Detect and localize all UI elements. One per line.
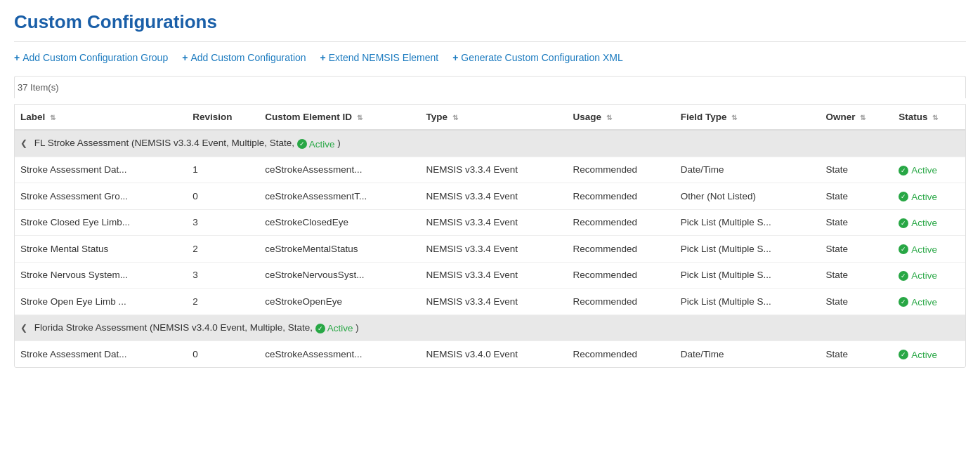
status-label: Active <box>911 270 937 281</box>
group-row[interactable]: ❮ FL Stroke Assessment (NEMSIS v3.3.4 Ev… <box>15 130 965 157</box>
group-status: ✓ Active <box>297 139 335 150</box>
cell-usage: Recommended <box>567 289 674 315</box>
active-icon: ✓ <box>899 350 908 359</box>
status-label: Active <box>911 218 937 228</box>
main-table: Label ⇅ Revision Custom Element ID ⇅ Typ… <box>15 105 965 367</box>
group-label-end: ) <box>355 322 359 333</box>
table-row[interactable]: Stroke Assessment Dat...1ceStrokeAssessm… <box>15 157 965 183</box>
page-title: Custom Configurations <box>14 11 966 42</box>
active-icon: ✓ <box>899 166 908 176</box>
cell-usage: Recommended <box>567 236 674 263</box>
col-type[interactable]: Type ⇅ <box>421 105 568 130</box>
cell-field-type: Date/Time <box>675 157 821 183</box>
plus-icon-xml: + <box>452 52 458 63</box>
cell-type: NEMSIS v3.4.0 Event <box>421 341 568 367</box>
group-status-label: Active <box>327 323 353 333</box>
chevron-down-icon[interactable]: ❮ <box>20 138 27 148</box>
page-container: Custom Configurations + Add Custom Confi… <box>0 0 980 379</box>
status-label: Active <box>911 297 937 307</box>
active-icon: ✓ <box>899 297 908 307</box>
cell-field-type: Other (Not Listed) <box>675 183 821 210</box>
cell-type: NEMSIS v3.3.4 Event <box>421 262 568 289</box>
status-badge: ✓ Active <box>899 165 937 176</box>
cell-status: ✓ Active <box>893 209 965 236</box>
cell-status: ✓ Active <box>893 289 965 315</box>
cell-element-id: ceStrokeAssessment... <box>259 341 420 367</box>
group-status-label: Active <box>309 139 335 150</box>
cell-revision: 2 <box>187 236 259 263</box>
cell-owner: State <box>821 289 894 315</box>
table-row[interactable]: Stroke Closed Eye Limb...3ceStrokeClosed… <box>15 209 965 236</box>
add-config-link[interactable]: + Add Custom Configuration <box>182 52 306 63</box>
table-row[interactable]: Stroke Nervous System...3ceStrokeNervous… <box>15 262 965 289</box>
cell-usage: Recommended <box>567 157 674 183</box>
cell-owner: State <box>821 236 894 263</box>
cell-type: NEMSIS v3.3.4 Event <box>421 183 568 210</box>
group-status: ✓ Active <box>315 323 353 333</box>
active-icon: ✓ <box>899 192 908 201</box>
add-group-link[interactable]: + Add Custom Configuration Group <box>14 52 168 63</box>
status-label: Active <box>911 192 937 202</box>
col-owner[interactable]: Owner ⇅ <box>821 105 894 130</box>
cell-element-id: ceStrokeOpenEye <box>259 289 420 315</box>
cell-field-type: Pick List (Multiple S... <box>675 262 821 289</box>
plus-icon-nemsis: + <box>320 52 326 63</box>
col-label[interactable]: Label ⇅ <box>15 105 187 130</box>
col-field-type[interactable]: Field Type ⇅ <box>675 105 821 130</box>
table-row[interactable]: Stroke Assessment Gro...0ceStrokeAssessm… <box>15 183 965 210</box>
col-usage[interactable]: Usage ⇅ <box>567 105 674 130</box>
cell-element-id: ceStrokeAssessmentT... <box>259 183 420 210</box>
status-badge: ✓ Active <box>899 270 937 281</box>
sort-icon-field-type: ⇅ <box>731 114 737 121</box>
sort-icon-element-id: ⇅ <box>357 114 362 121</box>
extend-nemsis-link[interactable]: + Extend NEMSIS Element <box>320 52 439 63</box>
group-row[interactable]: ❮ Florida Stroke Assessment (NEMSIS v3.4… <box>15 315 965 341</box>
table-row[interactable]: Stroke Assessment Dat...0ceStrokeAssessm… <box>15 341 965 367</box>
cell-status: ✓ Active <box>893 236 965 263</box>
table-row[interactable]: Stroke Open Eye Limb ...2ceStrokeOpenEye… <box>15 289 965 315</box>
cell-revision: 1 <box>187 157 259 183</box>
status-label: Active <box>911 165 937 176</box>
col-element-id[interactable]: Custom Element ID ⇅ <box>259 105 420 130</box>
active-icon: ✓ <box>899 271 908 281</box>
generate-xml-link[interactable]: + Generate Custom Configuration XML <box>452 52 623 63</box>
cell-element-id: ceStrokeMentalStatus <box>259 236 420 263</box>
group-cell: ❮ Florida Stroke Assessment (NEMSIS v3.4… <box>15 315 965 341</box>
cell-type: NEMSIS v3.3.4 Event <box>421 289 568 315</box>
status-badge: ✓ Active <box>899 244 937 255</box>
cell-element-id: ceStrokeClosedEye <box>259 209 420 236</box>
sort-icon-type: ⇅ <box>452 114 458 121</box>
table-body: ❮ FL Stroke Assessment (NEMSIS v3.3.4 Ev… <box>15 130 965 367</box>
cell-revision: 2 <box>187 289 259 315</box>
cell-owner: State <box>821 183 894 210</box>
cell-field-type: Pick List (Multiple S... <box>675 209 821 236</box>
cell-revision: 0 <box>187 183 259 210</box>
cell-status: ✓ Active <box>893 262 965 289</box>
cell-field-type: Date/Time <box>675 341 821 367</box>
sort-icon-owner: ⇅ <box>860 114 865 121</box>
active-dot-icon: ✓ <box>315 324 325 333</box>
col-status[interactable]: Status ⇅ <box>893 105 965 130</box>
table-row[interactable]: Stroke Mental Status2ceStrokeMentalStatu… <box>15 236 965 263</box>
cell-owner: State <box>821 262 894 289</box>
cell-element-id: ceStrokeNervousSyst... <box>259 262 420 289</box>
cell-owner: State <box>821 209 894 236</box>
cell-type: NEMSIS v3.3.4 Event <box>421 209 568 236</box>
cell-label: Stroke Assessment Gro... <box>15 183 187 210</box>
cell-revision: 0 <box>187 341 259 367</box>
active-icon: ✓ <box>899 244 908 254</box>
active-dot-icon: ✓ <box>297 139 307 149</box>
plus-icon-group: + <box>14 52 20 63</box>
cell-type: NEMSIS v3.3.4 Event <box>421 236 568 263</box>
cell-label: Stroke Closed Eye Limb... <box>15 209 187 236</box>
cell-owner: State <box>821 157 894 183</box>
status-badge: ✓ Active <box>899 192 937 202</box>
col-revision: Revision <box>187 105 259 130</box>
cell-status: ✓ Active <box>893 341 965 367</box>
add-group-label: Add Custom Configuration Group <box>22 52 168 63</box>
cell-revision: 3 <box>187 209 259 236</box>
chevron-down-icon[interactable]: ❮ <box>20 323 27 333</box>
extend-nemsis-label: Extend NEMSIS Element <box>329 52 438 63</box>
cell-label: Stroke Mental Status <box>15 236 187 263</box>
table-wrapper: Label ⇅ Revision Custom Element ID ⇅ Typ… <box>14 104 966 368</box>
